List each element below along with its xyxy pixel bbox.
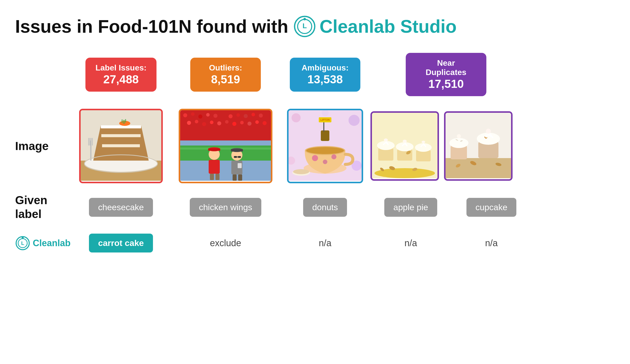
image-col2	[171, 109, 280, 183]
svg-rect-51	[210, 174, 214, 180]
image-cupcakes1	[370, 111, 439, 181]
given-label-cheesecake: cheesecake	[89, 198, 153, 217]
svg-point-102	[457, 134, 461, 138]
svg-rect-20	[92, 138, 93, 145]
cleanlab-col4: n/a	[370, 238, 451, 248]
image-col4-5	[370, 111, 513, 181]
stat-card-ambiguous: Ambiguous: 13,538	[290, 58, 360, 92]
cupcakes2-svg	[446, 113, 511, 178]
svg-point-3	[303, 18, 306, 20]
svg-point-34	[259, 114, 263, 118]
svg-point-37	[195, 120, 198, 123]
cupcakes1-svg	[372, 113, 437, 178]
svg-marker-7	[93, 125, 149, 161]
image-col3: LIPTON	[280, 109, 370, 183]
svg-point-29	[221, 113, 225, 116]
cleanlab-row: L Cleanlab carrot cake exclude n/a n/a	[15, 234, 615, 252]
stat-card-near-duplicates: Near Duplicates 17,510	[406, 53, 486, 96]
stat-ambiguous-label: Ambiguous:	[300, 63, 350, 72]
svg-point-33	[251, 113, 255, 116]
image-row-label: Image	[15, 139, 71, 153]
tea-svg: LIPTON	[289, 110, 362, 181]
svg-text:LIPTON: LIPTON	[321, 119, 330, 121]
svg-text:L: L	[21, 240, 24, 246]
svg-rect-56	[238, 174, 242, 181]
svg-point-87	[384, 138, 388, 141]
svg-rect-18	[89, 138, 90, 145]
svg-point-82	[293, 169, 309, 174]
images-row: LIPTON	[71, 109, 615, 183]
cleanlab-na-1: n/a	[319, 238, 331, 248]
svg-rect-8	[101, 134, 141, 137]
svg-point-73	[312, 155, 318, 161]
svg-point-66	[292, 113, 301, 122]
svg-point-67	[349, 115, 360, 126]
carrot-cake-svg	[81, 110, 161, 181]
stat-outliers-label: Outliers:	[200, 63, 251, 72]
cleanlab-na-2: n/a	[404, 238, 417, 248]
svg-rect-15	[122, 119, 122, 123]
given-label-chicken-wings: chicken wings	[190, 198, 261, 217]
main-grid: Label Issues: 27,488 Outliers: 8,519 Amb…	[15, 53, 615, 354]
stat-label-issues-label: Label Issues:	[96, 63, 147, 72]
image-col1	[71, 109, 171, 183]
given-label-row: Givenlabel cheesecake chicken wings donu…	[15, 193, 615, 221]
svg-point-74	[331, 154, 336, 159]
cleanlab-logo-icon: L	[293, 15, 316, 38]
svg-point-42	[232, 122, 236, 126]
svg-rect-55	[233, 174, 237, 181]
svg-point-90	[403, 140, 407, 143]
svg-rect-48	[180, 148, 271, 150]
image-carrot-cake	[79, 109, 163, 183]
svg-point-30	[229, 114, 233, 118]
svg-rect-61	[238, 163, 242, 168]
stat-near-dup-label: Near Duplicates	[416, 58, 476, 77]
svg-point-46	[263, 121, 267, 125]
image-cupcakes2	[444, 111, 513, 181]
svg-point-45	[255, 120, 259, 124]
stat-col1: Label Issues: 27,488	[71, 58, 171, 92]
image-row: Image	[15, 109, 615, 183]
stats-row: Label Issues: 27,488 Outliers: 8,519 Amb…	[15, 53, 615, 96]
image-stadium	[179, 109, 272, 183]
svg-point-107	[486, 129, 491, 134]
given-label-col1: cheesecake	[71, 198, 171, 217]
stat-col4: Near Duplicates 17,510	[406, 53, 486, 96]
cleanlab-exclude: exclude	[210, 238, 241, 248]
svg-rect-14	[125, 119, 126, 123]
svg-point-44	[247, 122, 251, 126]
svg-point-39	[210, 121, 213, 124]
given-label-title: Givenlabel	[15, 193, 71, 221]
svg-text:L: L	[302, 22, 307, 30]
svg-rect-58	[208, 148, 220, 151]
cleanlab-tag-carrot-cake: carrot cake	[89, 234, 153, 252]
svg-point-38	[202, 122, 206, 126]
stat-col2: Outliers: 8,519	[171, 58, 280, 92]
svg-rect-63	[238, 156, 241, 158]
svg-rect-9	[102, 144, 140, 147]
svg-point-26	[198, 115, 202, 119]
header: Issues in Food-101N found with L Cleanla…	[15, 10, 615, 38]
cleanlab-brand-icon: L	[15, 236, 30, 251]
svg-rect-62	[234, 156, 237, 158]
given-label-col4: apple pie	[370, 198, 451, 217]
svg-point-27	[206, 113, 210, 117]
svg-point-12	[119, 121, 130, 126]
svg-point-24	[183, 113, 187, 117]
svg-rect-13	[123, 120, 124, 124]
svg-rect-11	[101, 125, 141, 128]
stat-near-dup-value: 17,510	[416, 77, 476, 91]
given-label-apple-pie: apple pie	[384, 198, 437, 217]
svg-rect-17	[88, 138, 89, 145]
cleanlab-brand: L Cleanlab	[15, 236, 71, 251]
given-label-col2: chicken wings	[171, 198, 280, 217]
svg-point-35	[267, 115, 270, 118]
cleanlab-col3: n/a	[280, 238, 370, 248]
svg-point-43	[240, 121, 244, 124]
svg-point-41	[225, 120, 229, 124]
given-label-col5: cupcake	[451, 198, 532, 217]
given-label-donuts: donuts	[303, 198, 347, 217]
stat-label-issues-value: 27,488	[96, 72, 147, 86]
stat-card-label-issues: Label Issues: 27,488	[85, 58, 157, 92]
header-title: Issues in Food-101N found with	[15, 16, 288, 37]
